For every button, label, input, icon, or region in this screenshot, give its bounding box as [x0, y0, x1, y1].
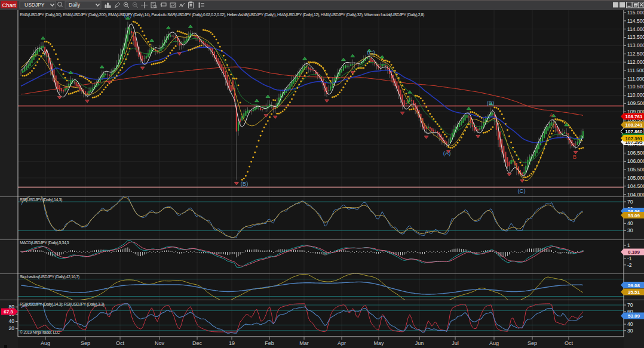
svg-text:109.500: 109.500 — [627, 100, 644, 106]
svg-text:Oct: Oct — [116, 340, 125, 346]
svg-text:104.000: 104.000 — [627, 192, 644, 198]
svg-text:Aug: Aug — [489, 340, 499, 346]
svg-text:(C): (C) — [517, 187, 525, 194]
svg-text:MACD(USDJPY (Daily),5,34,5: MACD(USDJPY (Daily),5,34,5 — [20, 241, 69, 245]
svg-text:Apr: Apr — [338, 340, 346, 346]
svg-text:© 2019 NinjaTrader, LLC: © 2019 NinjaTrader, LLC — [20, 330, 60, 335]
svg-text:112.500: 112.500 — [627, 51, 644, 57]
svg-text:111.000: 111.000 — [627, 76, 644, 82]
svg-text:Chart: Chart — [2, 2, 16, 8]
svg-text:Sep: Sep — [528, 340, 537, 346]
svg-text:Jun: Jun — [415, 340, 424, 346]
svg-text:May: May — [373, 340, 384, 346]
svg-text:107.391: 107.391 — [625, 136, 643, 141]
svg-text:A: A — [550, 112, 554, 118]
svg-text:-2: -2 — [627, 262, 632, 268]
svg-text:Nov: Nov — [155, 340, 165, 346]
svg-text:1: 1 — [627, 242, 630, 248]
svg-text:Mar: Mar — [299, 340, 309, 346]
svg-text:40: 40 — [627, 321, 633, 327]
svg-text:30: 30 — [627, 328, 633, 334]
svg-text:EMA(USDJPY (Daily),50), EMA(US: EMA(USDJPY (Daily),50), EMA(USDJPY (Dail… — [20, 13, 424, 17]
svg-text:110.500: 110.500 — [627, 84, 644, 90]
svg-text:108.241: 108.241 — [625, 122, 643, 128]
svg-text:-1: -1 — [627, 255, 632, 261]
svg-text:40: 40 — [627, 220, 633, 226]
svg-text:Aug: Aug — [41, 340, 50, 346]
svg-text:111.500: 111.500 — [627, 67, 644, 73]
svg-text:USDJPY: USDJPY — [24, 2, 45, 8]
svg-text:113.000: 113.000 — [627, 42, 644, 48]
svg-text:104.500: 104.500 — [627, 183, 644, 189]
svg-text:35.51: 35.51 — [628, 290, 640, 295]
svg-text:110.000: 110.000 — [627, 92, 644, 98]
svg-text:53.09: 53.09 — [628, 213, 640, 218]
svg-text:(C): (C) — [367, 49, 375, 56]
svg-text:Oct: Oct — [565, 340, 574, 346]
svg-text:0.109: 0.109 — [628, 250, 640, 255]
svg-text:(B): (B) — [487, 100, 495, 106]
svg-text:106.500: 106.500 — [627, 150, 644, 156]
svg-text:(A): (A) — [443, 150, 451, 156]
svg-text:112.000: 112.000 — [627, 59, 644, 65]
svg-text:105.500: 105.500 — [627, 167, 644, 173]
svg-text:67.3: 67.3 — [4, 309, 13, 315]
svg-text:RSI(USDJPY (Daily),14,3): RSI(USDJPY (Daily),14,3) — [20, 198, 62, 202]
svg-text:106.000: 106.000 — [627, 158, 644, 164]
svg-text:70: 70 — [627, 302, 633, 308]
svg-text:40: 40 — [9, 318, 15, 324]
svg-text:Feb: Feb — [265, 340, 274, 346]
svg-text:20: 20 — [9, 325, 15, 331]
svg-text:113.500: 113.500 — [627, 34, 644, 40]
svg-text:Jul: Jul — [452, 340, 459, 346]
svg-text:105.000: 105.000 — [627, 175, 644, 181]
svg-text:Stochastics(USDJPY (Daily),42,: Stochastics(USDJPY (Daily),42,16,7) — [20, 275, 79, 279]
svg-text:Daily: Daily — [69, 2, 81, 8]
svg-text:114.000: 114.000 — [627, 26, 644, 32]
svg-text:59.08: 59.08 — [628, 283, 640, 288]
svg-text:Sep: Sep — [81, 340, 90, 346]
svg-text:30: 30 — [627, 227, 633, 233]
svg-text:114.500: 114.500 — [627, 18, 644, 24]
svg-text:B: B — [573, 153, 576, 160]
svg-text:19: 19 — [229, 340, 235, 346]
svg-text:Dec: Dec — [192, 340, 203, 346]
svg-text:108.761: 108.761 — [625, 114, 643, 119]
svg-text:(B): (B) — [241, 180, 249, 187]
svg-text:53.09: 53.09 — [628, 313, 640, 319]
svg-text:115.000: 115.000 — [627, 10, 644, 16]
svg-text:70: 70 — [627, 199, 633, 205]
svg-text:RSI(USDJPY (Daily),14,3); RSI(: RSI(USDJPY (Daily),14,3); RSI(USDJPY (Da… — [20, 302, 104, 307]
